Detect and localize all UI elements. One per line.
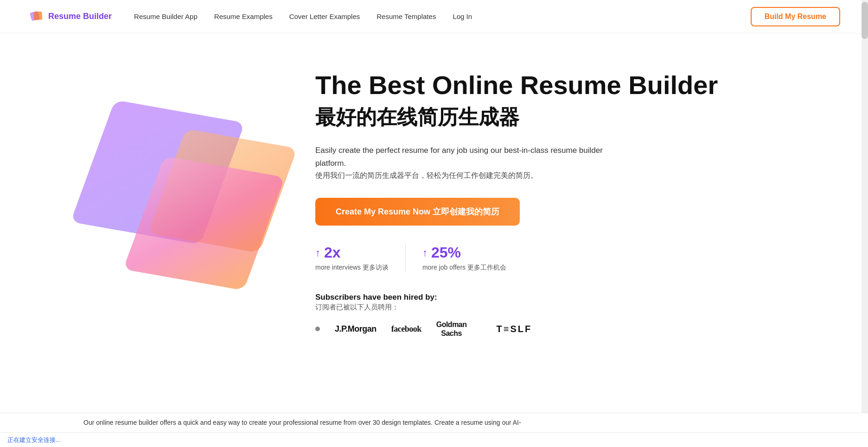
logo-text: Resume Builder [48, 12, 112, 21]
navbar: Resume Builder Resume Builder App Resume… [0, 0, 868, 33]
resume-templates-link[interactable]: Resume Templates [377, 13, 436, 20]
svg-rect-1 [33, 11, 43, 20]
stat-job-offers-arrow: ↑ [422, 247, 428, 259]
logo[interactable]: Resume Builder [28, 8, 112, 25]
company-logos: J.P.Morgan facebook GoldmanSachs T≡SLF [315, 320, 835, 338]
bottom-description: Our online resume builder offers a quick… [0, 413, 868, 432]
stat-interviews-arrow: ↑ [315, 247, 320, 259]
nav-links: Resume Builder App Resume Examples Cover… [134, 13, 751, 20]
stats-row: ↑ 2x more interviews 更多访谈 ↑ 25% more job… [315, 244, 835, 272]
stat-job-offers-label: more job offers 更多工作机会 [422, 263, 506, 272]
build-my-resume-button[interactable]: Build My Resume [751, 7, 840, 26]
hero-graphic [83, 70, 278, 311]
scrollbar-thumb[interactable] [862, 2, 868, 39]
hired-title-chinese: 订阅者已被以下人员聘用： [315, 303, 835, 312]
stat-job-offers: ↑ 25% more job offers 更多工作机会 [405, 244, 506, 272]
jpmorgan-logo: J.P.Morgan [335, 324, 377, 334]
hired-title-english: Subscribers have been hired by: [315, 293, 835, 302]
goldman-sachs-logo: GoldmanSachs [436, 320, 467, 338]
stat-job-offers-value: ↑ 25% [422, 244, 506, 261]
logo-icon [28, 8, 45, 25]
hired-section: Subscribers have been hired by: 订阅者已被以下人… [315, 293, 835, 338]
tesla-logo: T≡SLF [497, 324, 532, 334]
hero-title-chinese: 最好的在线简历生成器 [315, 104, 835, 131]
resume-examples-link[interactable]: Resume Examples [214, 13, 273, 20]
bottom-bar: 正在建立安全连接... [0, 432, 868, 447]
hero-content: The Best Online Resume Builder 最好的在线简历生成… [315, 61, 835, 347]
hero-description-english: Easily create the perfect resume for any… [315, 144, 621, 169]
stat-interviews: ↑ 2x more interviews 更多访谈 [315, 244, 405, 272]
status-text: 正在建立安全连接... [7, 436, 61, 444]
create-resume-button[interactable]: Create My Resume Now 立即创建我的简历 [315, 198, 520, 226]
stat-interviews-value: ↑ 2x [315, 244, 389, 261]
cover-letter-examples-link[interactable]: Cover Letter Examples [289, 13, 360, 20]
facebook-logo: facebook [391, 324, 421, 334]
main-content: The Best Online Resume Builder 最好的在线简历生成… [0, 33, 862, 365]
scrollbar[interactable] [862, 0, 868, 447]
resume-builder-app-link[interactable]: Resume Builder App [134, 13, 198, 20]
hero-description-chinese: 使用我们一流的简历生成器平台，轻松为任何工作创建完美的简历。 [315, 170, 621, 182]
stat-interviews-label: more interviews 更多访谈 [315, 263, 389, 272]
login-link[interactable]: Log In [453, 13, 472, 20]
company-dot-icon [315, 327, 320, 331]
hero-title-english: The Best Online Resume Builder [315, 70, 835, 100]
